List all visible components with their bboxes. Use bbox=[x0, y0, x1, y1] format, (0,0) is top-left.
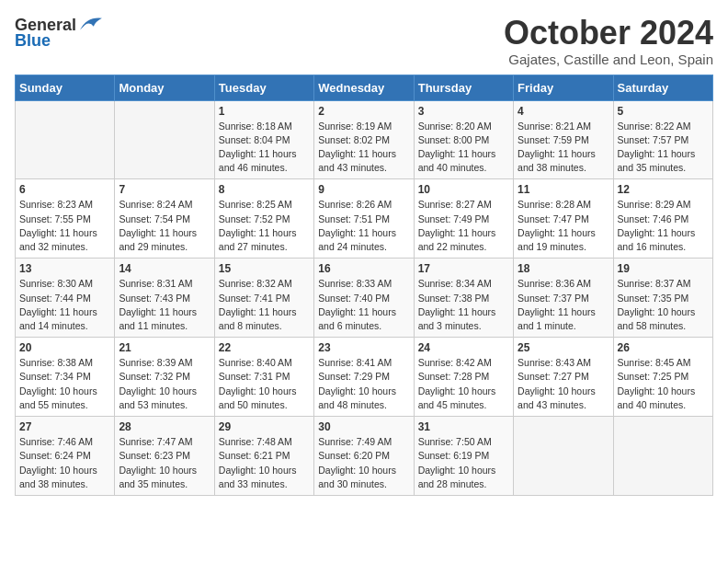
weekday-header: Friday bbox=[514, 75, 613, 100]
title-block: October 2024 Gajates, Castille and Leon,… bbox=[504, 15, 713, 67]
calendar-week-row: 6Sunrise: 8:23 AM Sunset: 7:55 PM Daylig… bbox=[16, 179, 713, 259]
calendar-body: 1Sunrise: 8:18 AM Sunset: 8:04 PM Daylig… bbox=[16, 100, 713, 495]
cell-sun-info: Sunrise: 7:50 AM Sunset: 6:19 PM Dayligh… bbox=[418, 435, 509, 491]
cell-sun-info: Sunrise: 8:27 AM Sunset: 7:49 PM Dayligh… bbox=[418, 198, 509, 254]
page-header: General Blue October 2024 Gajates, Casti… bbox=[15, 15, 713, 67]
day-number: 17 bbox=[418, 262, 509, 275]
day-number: 16 bbox=[318, 262, 409, 275]
calendar-cell: 17Sunrise: 8:34 AM Sunset: 7:38 PM Dayli… bbox=[414, 259, 513, 338]
logo-blue: Blue bbox=[15, 31, 51, 51]
calendar-cell: 23Sunrise: 8:41 AM Sunset: 7:29 PM Dayli… bbox=[314, 338, 414, 417]
calendar-cell: 3Sunrise: 8:20 AM Sunset: 8:00 PM Daylig… bbox=[414, 100, 513, 179]
calendar-cell bbox=[16, 100, 115, 179]
cell-sun-info: Sunrise: 8:30 AM Sunset: 7:44 PM Dayligh… bbox=[19, 277, 110, 333]
calendar-cell: 6Sunrise: 8:23 AM Sunset: 7:55 PM Daylig… bbox=[16, 179, 115, 259]
day-number: 4 bbox=[518, 105, 609, 118]
cell-sun-info: Sunrise: 8:31 AM Sunset: 7:43 PM Dayligh… bbox=[119, 277, 210, 333]
calendar-cell: 12Sunrise: 8:29 AM Sunset: 7:46 PM Dayli… bbox=[613, 179, 712, 259]
cell-sun-info: Sunrise: 8:24 AM Sunset: 7:54 PM Dayligh… bbox=[119, 198, 210, 254]
cell-sun-info: Sunrise: 8:45 AM Sunset: 7:25 PM Dayligh… bbox=[618, 356, 709, 412]
weekday-header: Tuesday bbox=[214, 75, 313, 100]
cell-sun-info: Sunrise: 8:19 AM Sunset: 8:02 PM Dayligh… bbox=[318, 120, 409, 176]
cell-sun-info: Sunrise: 8:34 AM Sunset: 7:38 PM Dayligh… bbox=[418, 277, 509, 333]
cell-sun-info: Sunrise: 8:20 AM Sunset: 8:00 PM Dayligh… bbox=[418, 120, 509, 176]
day-number: 8 bbox=[219, 183, 310, 196]
cell-sun-info: Sunrise: 8:29 AM Sunset: 7:46 PM Dayligh… bbox=[618, 198, 709, 254]
day-number: 9 bbox=[318, 183, 409, 196]
calendar-cell: 20Sunrise: 8:38 AM Sunset: 7:34 PM Dayli… bbox=[16, 338, 115, 417]
cell-sun-info: Sunrise: 7:49 AM Sunset: 6:20 PM Dayligh… bbox=[318, 435, 409, 491]
day-number: 11 bbox=[518, 183, 609, 196]
day-number: 24 bbox=[418, 341, 509, 354]
cell-sun-info: Sunrise: 8:38 AM Sunset: 7:34 PM Dayligh… bbox=[19, 356, 110, 412]
cell-sun-info: Sunrise: 7:48 AM Sunset: 6:21 PM Dayligh… bbox=[219, 435, 310, 491]
day-number: 2 bbox=[318, 105, 409, 118]
day-number: 30 bbox=[318, 420, 409, 433]
cell-sun-info: Sunrise: 8:39 AM Sunset: 7:32 PM Dayligh… bbox=[119, 356, 210, 412]
day-number: 6 bbox=[19, 183, 110, 196]
cell-sun-info: Sunrise: 7:46 AM Sunset: 6:24 PM Dayligh… bbox=[19, 435, 110, 491]
calendar-week-row: 13Sunrise: 8:30 AM Sunset: 7:44 PM Dayli… bbox=[16, 259, 713, 338]
calendar-cell bbox=[115, 100, 214, 179]
calendar-cell: 26Sunrise: 8:45 AM Sunset: 7:25 PM Dayli… bbox=[613, 338, 712, 417]
calendar-cell: 31Sunrise: 7:50 AM Sunset: 6:19 PM Dayli… bbox=[414, 417, 513, 496]
calendar-cell: 24Sunrise: 8:42 AM Sunset: 7:28 PM Dayli… bbox=[414, 338, 513, 417]
day-number: 5 bbox=[618, 105, 709, 118]
calendar-week-row: 20Sunrise: 8:38 AM Sunset: 7:34 PM Dayli… bbox=[16, 338, 713, 417]
cell-sun-info: Sunrise: 8:40 AM Sunset: 7:31 PM Dayligh… bbox=[219, 356, 310, 412]
weekday-header: Thursday bbox=[414, 75, 513, 100]
calendar-cell: 18Sunrise: 8:36 AM Sunset: 7:37 PM Dayli… bbox=[514, 259, 613, 338]
calendar-cell: 29Sunrise: 7:48 AM Sunset: 6:21 PM Dayli… bbox=[214, 417, 313, 496]
calendar-cell: 9Sunrise: 8:26 AM Sunset: 7:51 PM Daylig… bbox=[314, 179, 414, 259]
calendar-header: SundayMondayTuesdayWednesdayThursdayFrid… bbox=[16, 75, 713, 100]
calendar-cell: 27Sunrise: 7:46 AM Sunset: 6:24 PM Dayli… bbox=[16, 417, 115, 496]
day-number: 1 bbox=[219, 105, 310, 118]
calendar-cell: 10Sunrise: 8:27 AM Sunset: 7:49 PM Dayli… bbox=[414, 179, 513, 259]
day-number: 10 bbox=[418, 183, 509, 196]
cell-sun-info: Sunrise: 8:23 AM Sunset: 7:55 PM Dayligh… bbox=[19, 198, 110, 254]
logo: General Blue bbox=[15, 15, 104, 51]
calendar-week-row: 27Sunrise: 7:46 AM Sunset: 6:24 PM Dayli… bbox=[16, 417, 713, 496]
day-number: 3 bbox=[418, 105, 509, 118]
weekday-header: Wednesday bbox=[314, 75, 414, 100]
day-number: 20 bbox=[19, 341, 110, 354]
location-title: Gajates, Castille and Leon, Spain bbox=[504, 52, 713, 67]
cell-sun-info: Sunrise: 8:26 AM Sunset: 7:51 PM Dayligh… bbox=[318, 198, 409, 254]
calendar-cell: 8Sunrise: 8:25 AM Sunset: 7:52 PM Daylig… bbox=[214, 179, 313, 259]
calendar-cell: 7Sunrise: 8:24 AM Sunset: 7:54 PM Daylig… bbox=[115, 179, 214, 259]
day-number: 19 bbox=[618, 262, 709, 275]
day-number: 21 bbox=[119, 341, 210, 354]
calendar-cell bbox=[613, 417, 712, 496]
logo-bird-icon bbox=[78, 15, 104, 35]
day-number: 7 bbox=[119, 183, 210, 196]
weekday-header: Saturday bbox=[613, 75, 712, 100]
day-number: 27 bbox=[19, 420, 110, 433]
cell-sun-info: Sunrise: 8:32 AM Sunset: 7:41 PM Dayligh… bbox=[219, 277, 310, 333]
cell-sun-info: Sunrise: 8:43 AM Sunset: 7:27 PM Dayligh… bbox=[518, 356, 609, 412]
calendar-cell: 21Sunrise: 8:39 AM Sunset: 7:32 PM Dayli… bbox=[115, 338, 214, 417]
cell-sun-info: Sunrise: 8:41 AM Sunset: 7:29 PM Dayligh… bbox=[318, 356, 409, 412]
calendar-cell: 13Sunrise: 8:30 AM Sunset: 7:44 PM Dayli… bbox=[16, 259, 115, 338]
day-number: 18 bbox=[518, 262, 609, 275]
day-number: 15 bbox=[219, 262, 310, 275]
calendar-cell: 28Sunrise: 7:47 AM Sunset: 6:23 PM Dayli… bbox=[115, 417, 214, 496]
calendar-cell bbox=[514, 417, 613, 496]
cell-sun-info: Sunrise: 8:33 AM Sunset: 7:40 PM Dayligh… bbox=[318, 277, 409, 333]
calendar-cell: 11Sunrise: 8:28 AM Sunset: 7:47 PM Dayli… bbox=[514, 179, 613, 259]
calendar-cell: 15Sunrise: 8:32 AM Sunset: 7:41 PM Dayli… bbox=[214, 259, 313, 338]
cell-sun-info: Sunrise: 8:42 AM Sunset: 7:28 PM Dayligh… bbox=[418, 356, 509, 412]
calendar-cell: 30Sunrise: 7:49 AM Sunset: 6:20 PM Dayli… bbox=[314, 417, 414, 496]
calendar-cell: 14Sunrise: 8:31 AM Sunset: 7:43 PM Dayli… bbox=[115, 259, 214, 338]
calendar-cell: 25Sunrise: 8:43 AM Sunset: 7:27 PM Dayli… bbox=[514, 338, 613, 417]
cell-sun-info: Sunrise: 8:21 AM Sunset: 7:59 PM Dayligh… bbox=[518, 120, 609, 176]
day-number: 23 bbox=[318, 341, 409, 354]
cell-sun-info: Sunrise: 8:18 AM Sunset: 8:04 PM Dayligh… bbox=[219, 120, 310, 176]
cell-sun-info: Sunrise: 8:36 AM Sunset: 7:37 PM Dayligh… bbox=[518, 277, 609, 333]
weekday-header: Sunday bbox=[16, 75, 115, 100]
calendar-cell: 1Sunrise: 8:18 AM Sunset: 8:04 PM Daylig… bbox=[214, 100, 313, 179]
calendar-table: SundayMondayTuesdayWednesdayThursdayFrid… bbox=[15, 75, 713, 496]
day-number: 12 bbox=[618, 183, 709, 196]
day-number: 22 bbox=[219, 341, 310, 354]
month-title: October 2024 bbox=[504, 15, 713, 52]
day-number: 13 bbox=[19, 262, 110, 275]
